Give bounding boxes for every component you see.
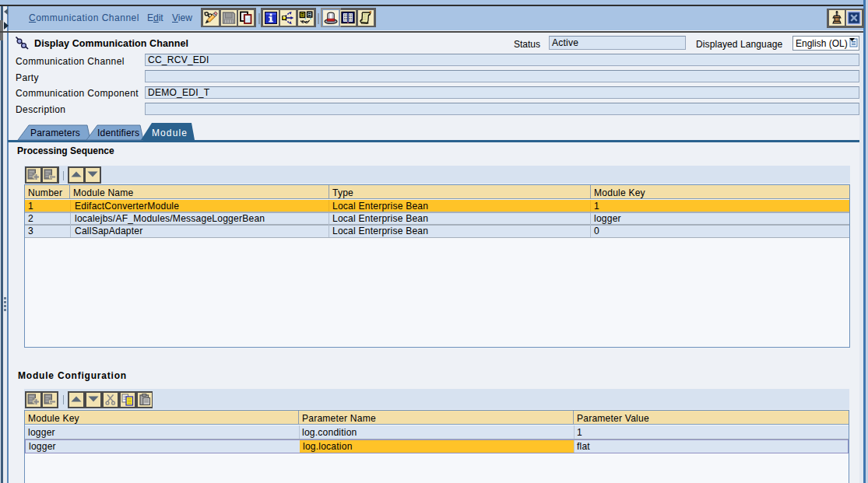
svg-text:Parameters: Parameters [30, 128, 80, 138]
svg-text:Identifiers: Identifiers [97, 128, 139, 138]
svg-text:Module: Module [152, 128, 188, 138]
